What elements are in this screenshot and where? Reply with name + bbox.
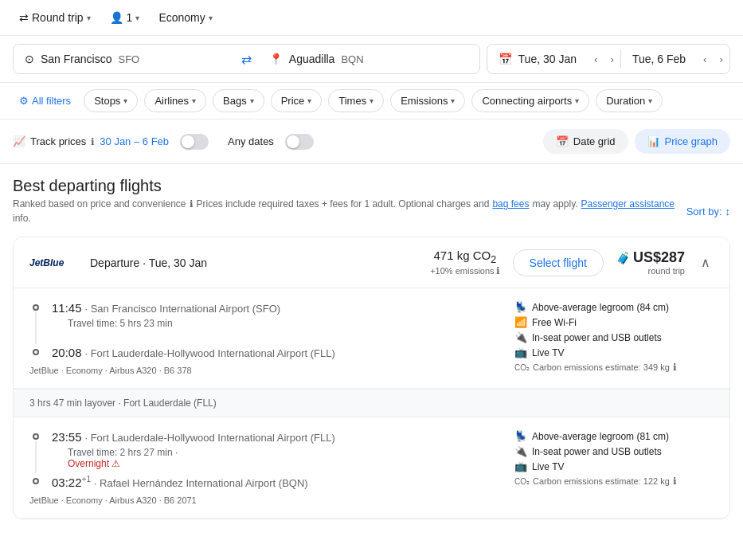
segment-2-time-dot — [29, 430, 42, 475]
duration-filter[interactable]: Duration ▾ — [596, 89, 663, 112]
co2-label-icon-2: CO₂ — [514, 477, 530, 486]
segment-2-arrive-time: 03:22 — [52, 476, 82, 489]
amenity-power-2: 🔌 In-seat power and USB outlets — [514, 445, 714, 457]
legroom-icon: 💺 — [514, 301, 527, 313]
results-header: Best departing flights Ranked based on p… — [0, 164, 743, 227]
top-nav: ⇄ Round trip ▾ 👤 1 ▾ Economy ▾ — [0, 0, 743, 36]
connecting-airports-filter[interactable]: Connecting airports ▾ — [471, 89, 589, 112]
options-bar: 📈 Track prices ℹ 30 Jan – 6 Feb Any date… — [0, 119, 743, 164]
airline-logo: JetBlue — [29, 257, 77, 268]
prev-return-date-button[interactable]: ‹ — [697, 47, 713, 72]
select-flight-button[interactable]: Select flight — [513, 249, 604, 276]
origin-field[interactable]: ⊙ San Francisco SFO — [14, 45, 235, 73]
destination-code: BQN — [341, 53, 363, 65]
co2-emissions-text: +10% emissions — [430, 266, 494, 276]
sort-button[interactable]: Sort by: ↕ — [686, 206, 730, 217]
airlines-chevron: ▾ — [192, 96, 196, 105]
amenity-legroom-1: 💺 Above-average legroom (84 cm) — [514, 301, 714, 313]
track-prices-toggle-knob — [182, 135, 194, 148]
trip-type-button[interactable]: ⇄ Round trip ▾ — [13, 8, 97, 27]
results-heading: Best departing flights — [13, 177, 730, 195]
co2-info-icon[interactable]: ℹ — [496, 265, 500, 276]
any-dates-toggle[interactable] — [285, 134, 314, 150]
results-subtext: Ranked based on price and convenience ℹ … — [13, 198, 730, 224]
power-icon: 🔌 — [514, 331, 527, 343]
flight-segment-2: 23:55 · Fort Lauderdale-Hollywood Intern… — [14, 417, 729, 519]
price-luggage-icon: 🧳 — [616, 252, 630, 264]
destination-field[interactable]: 📍 Aguadilla BQN — [258, 45, 479, 73]
track-prices-toggle[interactable] — [180, 134, 209, 150]
layover-bar: 3 hrs 47 min layover · Fort Lauderdale (… — [14, 389, 729, 417]
airlines-filter[interactable]: Airlines ▾ — [144, 89, 206, 112]
legroom-text-1: Above-average legroom (84 cm) — [532, 302, 669, 313]
price-chevron: ▾ — [307, 96, 311, 105]
trip-type-label: Round trip — [32, 11, 84, 24]
segment-2-depart-time: 23:55 — [52, 430, 82, 444]
carbon-info-icon-1[interactable]: ℹ — [673, 362, 677, 373]
segment-2-depart-airport: · Fort Lauderdale-Hollywood Internationa… — [84, 432, 334, 444]
flight-segment-1: 11:45 · San Francisco International Airp… — [14, 288, 729, 389]
price-graph-icon: 📊 — [647, 135, 660, 147]
all-filters-button[interactable]: ⚙ All filters — [13, 90, 77, 112]
date-group: 📅 Tue, 30 Jan ‹ › Tue, 6 Feb ‹ › — [487, 44, 730, 74]
segment-1-flight-details: JetBlue · Economy · Airbus A320 · B6 378 — [29, 366, 499, 375]
segment-1-arrive-info: 20:08 · Fort Lauderdale-Hollywood Intern… — [52, 346, 335, 359]
bag-fees-link[interactable]: bag fees — [492, 198, 529, 210]
stops-chevron: ▾ — [123, 96, 127, 105]
segment-1-times: 11:45 · San Francisco International Airp… — [29, 301, 499, 375]
track-prices-date-range[interactable]: 30 Jan – 6 Feb — [100, 135, 169, 147]
segment-1-travel-time: Travel time: 5 hrs 23 min — [68, 318, 280, 329]
class-chevron: ▾ — [209, 14, 213, 22]
destination-city: Aguadilla — [289, 53, 335, 65]
swap-button[interactable]: ⇄ — [235, 45, 258, 73]
track-prices-info-icon[interactable]: ℹ — [91, 136, 95, 147]
destination-pin-icon: 📍 — [269, 53, 283, 65]
carbon-info-icon-2[interactable]: ℹ — [673, 476, 677, 487]
return-date-field[interactable]: Tue, 6 Feb — [621, 45, 697, 73]
stops-filter[interactable]: Stops ▾ — [84, 89, 138, 112]
class-button[interactable]: Economy ▾ — [152, 8, 218, 27]
times-chevron: ▾ — [370, 96, 373, 105]
passengers-button[interactable]: 👤 1 ▾ — [104, 8, 147, 27]
origin-code: SFO — [118, 53, 139, 65]
ranked-info-icon[interactable]: ℹ — [190, 198, 194, 210]
info-text: info. — [13, 213, 31, 224]
connecting-airports-label: Connecting airports — [482, 95, 572, 107]
segment-2-arrive-info: 03:22+1 · Rafael Hernández International… — [52, 475, 308, 489]
date-grid-button[interactable]: 📅 Date grid — [543, 129, 628, 154]
co2-emissions: +10% emissions ℹ — [430, 265, 499, 276]
any-dates-toggle-knob — [287, 135, 299, 148]
power-text-2: In-seat power and USB outlets — [532, 446, 662, 457]
times-filter[interactable]: Times ▾ — [328, 89, 384, 112]
passenger-assistance-link[interactable]: Passenger assistance — [581, 198, 675, 210]
legroom-icon-2: 💺 — [514, 430, 527, 442]
duration-label: Duration — [606, 95, 645, 107]
amenity-power-1: 🔌 In-seat power and USB outlets — [514, 331, 714, 343]
next-date-button[interactable]: › — [604, 47, 620, 72]
return-date: Tue, 6 Feb — [632, 53, 686, 65]
price-graph-button[interactable]: 📊 Price graph — [635, 129, 730, 154]
filter-icon: ⚙ — [19, 95, 29, 107]
class-label: Economy — [158, 11, 205, 24]
times-label: Times — [338, 95, 366, 107]
sort-icon: ↕ — [725, 206, 731, 217]
graph-buttons: 📅 Date grid 📊 Price graph — [543, 129, 730, 154]
segment-1-arrive-row: 20:08 · Fort Lauderdale-Hollywood Intern… — [29, 346, 499, 359]
price-display: 🧳 US$287 — [616, 249, 685, 266]
segment-2-amenities: 💺 Above-average legroom (81 cm) 🔌 In-sea… — [514, 430, 714, 505]
price-filter[interactable]: Price ▾ — [271, 89, 323, 112]
segment-2-arrive-row: 03:22+1 · Rafael Hernández International… — [29, 475, 499, 489]
bags-filter[interactable]: Bags ▾ — [213, 89, 264, 112]
prev-date-button[interactable]: ‹ — [588, 47, 604, 72]
carbon-text-1: Carbon emissions estimate: 349 kg — [533, 362, 670, 372]
next-return-date-button[interactable]: › — [714, 47, 729, 72]
depart-date-field[interactable]: 📅 Tue, 30 Jan — [487, 45, 588, 73]
price-section: 🧳 US$287 round trip — [616, 249, 685, 276]
emissions-filter[interactable]: Emissions ▾ — [390, 89, 465, 112]
bags-label: Bags — [223, 95, 247, 107]
expand-card-button[interactable]: ∧ — [698, 252, 714, 273]
duration-chevron: ▾ — [648, 96, 652, 105]
amenity-tv-2: 📺 Live TV — [514, 460, 714, 472]
any-dates-label: Any dates — [228, 135, 274, 147]
arrive-time-sup: +1 — [82, 475, 91, 484]
